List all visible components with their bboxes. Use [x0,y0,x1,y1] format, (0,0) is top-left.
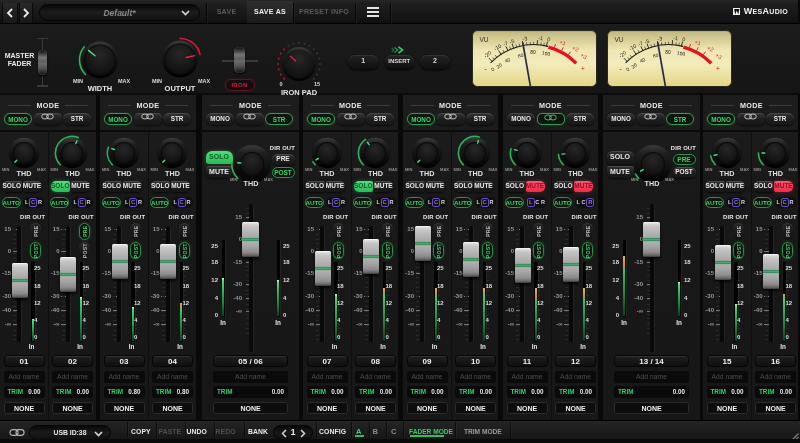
svg-text:POST: POST [484,242,490,258]
svg-text:60: 60 [653,53,660,59]
svg-text:POST: POST [384,242,390,258]
svg-text:VU: VU [615,36,624,43]
svg-text:PRE: PRE [336,225,342,237]
svg-text:POST: POST [584,242,590,258]
svg-text:PRE: PRE [133,225,139,237]
svg-text:POST: POST [181,242,187,258]
svg-text:PRE: PRE [181,225,187,237]
svg-text:-3: -3 [522,35,527,42]
svg-text:PRE: PRE [484,225,490,237]
svg-text:PRE: PRE [736,225,742,237]
svg-text:POST: POST [81,242,87,258]
svg-text:60: 60 [518,53,525,59]
svg-text:+: + [716,65,720,72]
svg-text:-1: -1 [673,35,678,41]
svg-text:PRE: PRE [33,225,39,237]
svg-text:POST: POST [33,242,39,258]
svg-text:PRE: PRE [436,225,442,237]
svg-text:80: 80 [665,50,671,55]
svg-text:-1: -1 [538,35,543,41]
svg-text:PRE: PRE [784,225,790,237]
svg-text:POST: POST [736,242,742,258]
svg-text:PRE: PRE [81,225,87,237]
svg-text:80: 80 [530,50,536,55]
svg-text:-: - [484,65,486,72]
svg-text:POST: POST [536,242,542,258]
svg-text:POST: POST [784,242,790,258]
svg-text:POST: POST [436,242,442,258]
svg-text:+: + [581,65,585,72]
svg-text:PRE: PRE [384,225,390,237]
svg-text:-: - [619,65,621,72]
svg-text:POST: POST [336,242,342,258]
svg-text:VU: VU [480,36,489,43]
svg-text:PRE: PRE [584,225,590,237]
svg-text:POST: POST [133,242,139,258]
svg-text:-3: -3 [657,35,662,42]
svg-text:PRE: PRE [536,225,542,237]
